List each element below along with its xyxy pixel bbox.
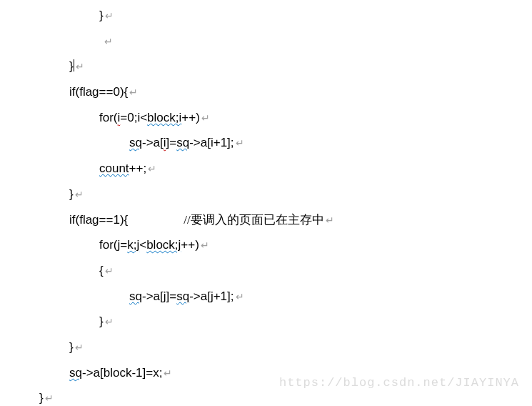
return-mark: ↵: [201, 112, 210, 124]
brace-close: }: [39, 391, 44, 405]
return-mark: ↵: [148, 163, 156, 174]
code-text: ++;: [129, 162, 147, 175]
return-mark: ↵: [105, 265, 114, 277]
return-mark: ↵: [164, 367, 172, 379]
code-line: count++;↵: [39, 156, 532, 182]
return-mark: ↵: [236, 291, 244, 302]
code-text: j=: [118, 238, 128, 252]
return-mark: ↵: [75, 342, 84, 353]
var-block: block;i: [147, 111, 181, 124]
return-mark: ↵: [105, 316, 114, 327]
code-line: sq->a[i]=sq->a[i+1];↵: [39, 130, 532, 156]
comment-text: //要调入的页面已在主存中: [184, 213, 323, 227]
code-text: ++): [181, 238, 199, 252]
return-mark: ↵: [105, 10, 114, 21]
return-mark: ↵: [104, 36, 113, 47]
code-line: }↵: [39, 335, 532, 360]
if-statement: if(flag==1){: [69, 213, 128, 227]
return-mark: ↵: [326, 214, 334, 226]
brace-close: }: [99, 9, 104, 22]
code-line: }↵: [39, 54, 532, 79]
brace-close: }: [99, 315, 104, 328]
code-line: }↵: [39, 182, 532, 207]
return-mark: ↵: [201, 239, 209, 251]
code-line: {↵: [39, 258, 532, 284]
code-line: for(i=0;i<block;i++)↵: [39, 105, 532, 131]
code-text: ]=: [166, 136, 177, 149]
code-text: ->a[j+1];: [189, 289, 234, 303]
code-line: if(flag==0){↵: [39, 79, 532, 105]
code-line: }↵: [39, 309, 532, 335]
code-text: =0;i<: [120, 111, 147, 124]
var-block: block;j: [146, 238, 181, 252]
brace-close: }: [69, 187, 74, 201]
return-mark: ↵: [75, 189, 84, 200]
blank: [99, 34, 103, 48]
for-keyword: for(: [99, 238, 118, 252]
brace-close: }: [69, 340, 74, 354]
code-text: ->a[block-1]=x;: [82, 366, 162, 380]
code-text: ->a[j]=: [142, 289, 176, 303]
return-mark: ↵: [76, 61, 84, 72]
return-mark: ↵: [129, 86, 138, 98]
code-line: ↵: [39, 29, 532, 54]
return-mark: ↵: [236, 137, 244, 149]
var-sq: sq: [69, 366, 82, 380]
code-line: if(flag==1){//要调入的页面已在主存中↵: [39, 207, 532, 233]
var-kj: k;j: [127, 238, 139, 252]
code-line: for(j=k;j<block;j++)↵: [39, 232, 532, 258]
code-text: <: [139, 238, 146, 252]
text-cursor: [74, 59, 74, 71]
var-sq: sq: [129, 136, 142, 149]
code-text: ++): [181, 111, 200, 124]
watermark-text: https://blog.csdn.net/JIAYINYA: [279, 370, 519, 396]
var-count: count: [99, 162, 129, 175]
code-text: ->a[i+1];: [189, 136, 234, 149]
if-statement: if(flag==0){: [69, 85, 128, 99]
code-line: sq->a[j]=sq->a[j+1];↵: [39, 284, 532, 310]
for-keyword: for(: [99, 111, 118, 124]
var-sq: sq: [176, 289, 189, 303]
code-line: }↵: [39, 3, 532, 29]
return-mark: ↵: [45, 392, 54, 404]
var-sq: sq: [176, 136, 189, 149]
code-text: ->a[: [142, 136, 164, 149]
var-sq: sq: [129, 289, 142, 303]
brace-open: {: [99, 264, 104, 277]
